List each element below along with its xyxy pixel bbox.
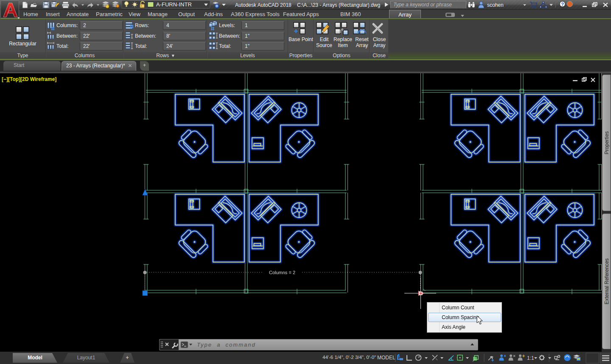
svg-text:?: ? <box>561 2 564 7</box>
svg-text:A-FURN-INTR: A-FURN-INTR <box>156 1 192 8</box>
svg-text:1:1: 1:1 <box>527 355 534 361</box>
svg-text:Columns = 2: Columns = 2 <box>269 270 295 275</box>
